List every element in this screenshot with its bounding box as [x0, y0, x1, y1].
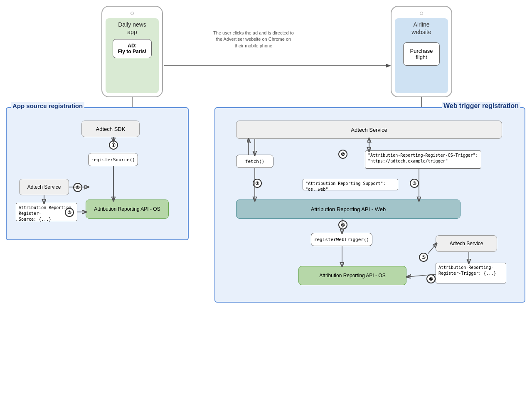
- purchase-box: Purchaseflight: [403, 42, 440, 66]
- left-reg-box: App source registration Adtech SDK ① reg…: [6, 107, 189, 240]
- attribution-api-os-right: Attribution Reporting API - OS: [298, 266, 406, 285]
- ad-text: AD:Fly to Paris!: [118, 43, 147, 54]
- os-trigger-code-box: "Attribution-Reporting-Register-OS-Trigg…: [365, 150, 481, 169]
- right-reg-box-title: Web trigger registration: [442, 102, 520, 110]
- right-phone-title: Airlinewebsite: [411, 21, 431, 36]
- step6-right: ⑥: [426, 274, 436, 283]
- left-phone-title: Daily newsapp: [118, 21, 146, 36]
- right-reg-box: Web trigger registration Adtech Service …: [214, 107, 525, 303]
- step1-left: ①: [109, 140, 118, 150]
- fetch-box: fetch(): [236, 155, 273, 168]
- phone-dot-right: [420, 12, 423, 15]
- step1-right: ①: [253, 179, 262, 188]
- diagram-area: Daily newsapp AD:Fly to Paris! Airlinewe…: [0, 0, 532, 399]
- register-source-box: registerSource(): [88, 153, 138, 166]
- svg-line-16: [428, 244, 436, 254]
- right-phone: Airlinewebsite Purchaseflight: [391, 6, 452, 97]
- adtech-sdk-box: Adtech SDK: [81, 121, 140, 137]
- support-code-box: "Attribution-Reporting-Support": "os, we…: [303, 179, 398, 190]
- adtech-service-left: Adtech Service: [19, 179, 69, 195]
- adtech-service-top-right: Adtech Service: [236, 121, 502, 139]
- register-web-trigger-box: registerWebTrigger(): [311, 233, 372, 246]
- attribution-api-web: Attribution Reporting API - Web: [236, 200, 461, 219]
- phone-dot-left: [131, 12, 134, 15]
- code-block-bottom-right: Attribution-Reporting-Register-Trigger: …: [436, 263, 506, 283]
- step3-left: ③: [65, 208, 74, 217]
- step2-left: ②: [73, 183, 82, 192]
- step4-right: ④: [338, 220, 347, 229]
- ad-box: AD:Fly to Paris!: [113, 39, 152, 58]
- left-phone: Daily newsapp AD:Fly to Paris!: [101, 6, 163, 97]
- left-phone-screen: Daily newsapp AD:Fly to Paris!: [106, 18, 159, 93]
- arrow-annotation: The user clicks the ad and is directed t…: [200, 30, 308, 49]
- step2-right: ②: [338, 150, 347, 159]
- right-phone-screen: Airlinewebsite Purchaseflight: [395, 18, 448, 93]
- step3-right: ③: [410, 179, 419, 188]
- purchase-text: Purchaseflight: [410, 48, 433, 60]
- step5-right: ⑤: [419, 253, 428, 262]
- left-reg-box-title: App source registration: [11, 102, 84, 109]
- attribution-api-os-left: Attribution Reporting API - OS: [86, 200, 169, 219]
- adtech-service-bottom-right: Adtech Service: [436, 235, 497, 252]
